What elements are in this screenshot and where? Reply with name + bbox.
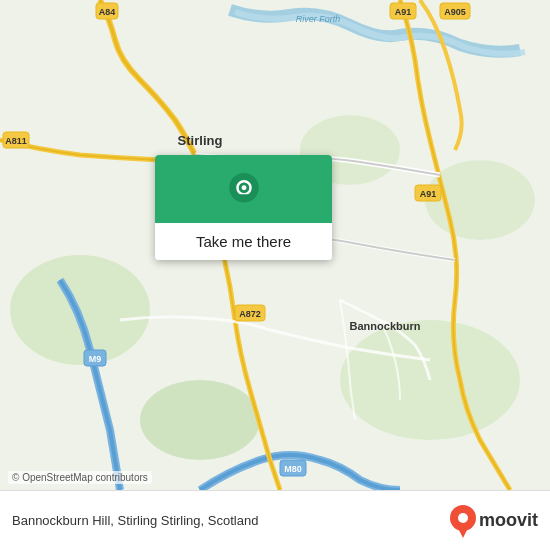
svg-point-27	[241, 185, 246, 190]
svg-marker-31	[457, 526, 469, 538]
svg-text:River Forth: River Forth	[296, 14, 341, 24]
take-me-there-button[interactable]: Take me there	[155, 155, 332, 260]
map-container: A84 A811 A91 A91 A905 A872 M9 M80 River …	[0, 0, 550, 490]
svg-point-5	[425, 160, 535, 240]
take-me-there-label: Take me there	[155, 223, 332, 260]
svg-text:M9: M9	[89, 354, 102, 364]
svg-point-30	[458, 513, 468, 523]
svg-text:Bannockburn: Bannockburn	[350, 320, 421, 332]
moovit-pin-icon	[449, 504, 477, 538]
svg-text:M80: M80	[284, 464, 302, 474]
location-pin-icon	[226, 173, 262, 209]
moovit-logo: moovit	[449, 504, 538, 538]
svg-text:A905: A905	[444, 7, 466, 17]
svg-text:A872: A872	[239, 309, 261, 319]
button-icon-area	[155, 155, 332, 223]
svg-text:A91: A91	[420, 189, 437, 199]
osm-credit: © OpenStreetMap contributors	[8, 471, 152, 484]
svg-text:A811: A811	[5, 136, 27, 146]
svg-text:Stirling: Stirling	[178, 133, 223, 148]
footer: Bannockburn Hill, Stirling Stirling, Sco…	[0, 490, 550, 550]
moovit-brand-text: moovit	[479, 510, 538, 531]
location-text: Bannockburn Hill, Stirling Stirling, Sco…	[12, 513, 449, 528]
svg-text:A84: A84	[99, 7, 116, 17]
svg-text:A91: A91	[395, 7, 412, 17]
svg-point-3	[140, 380, 260, 460]
